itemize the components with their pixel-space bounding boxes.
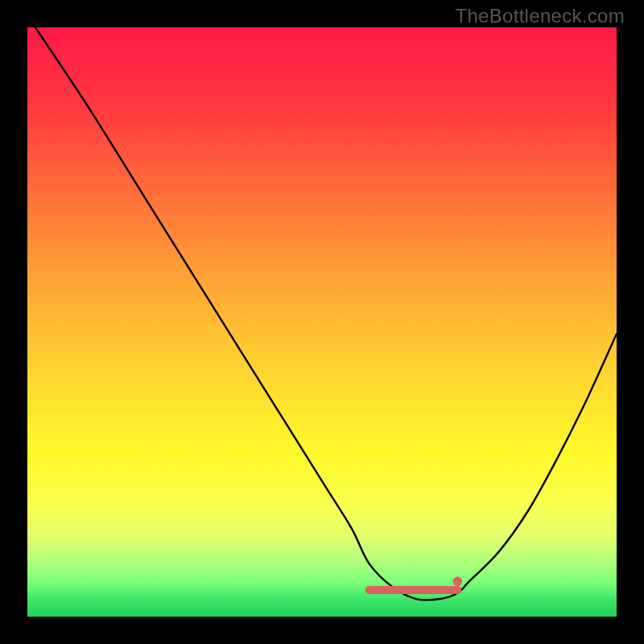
chart-background-gradient bbox=[27, 27, 617, 617]
watermark-text: TheBottleneck.com bbox=[455, 5, 625, 27]
chart-frame: TheBottleneck.com bbox=[0, 0, 644, 644]
